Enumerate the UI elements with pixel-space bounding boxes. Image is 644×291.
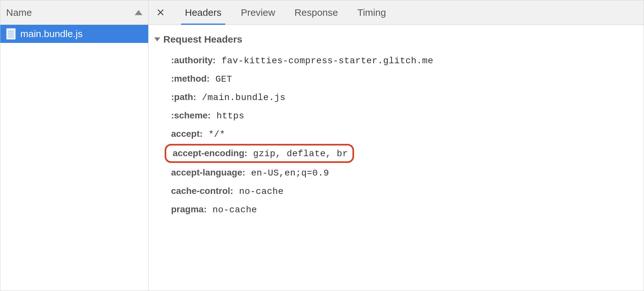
header-value: fav-kitties-compress-starter.glitch.me (221, 56, 433, 66)
section-title: Request Headers (163, 34, 242, 45)
tab-label: Preview (241, 7, 275, 18)
chevron-down-icon (154, 37, 160, 41)
header-name: cache-control: (171, 186, 233, 196)
header-name: :authority: (171, 55, 216, 65)
tab-timing[interactable]: Timing (355, 0, 388, 25)
close-icon[interactable]: ✕ (154, 6, 168, 19)
header-row: :path:/main.bundle.js (153, 88, 644, 106)
highlighted-header-row: accept-encoding:gzip, deflate, br (165, 144, 354, 163)
request-file-name: main.bundle.js (20, 28, 82, 39)
devtools-network-panel: Name main.bundle.js ✕ Headers Preview Re… (0, 0, 644, 291)
header-value: */* (208, 129, 225, 139)
header-row: :scheme:https (153, 106, 644, 125)
header-row: :method:GET (153, 70, 644, 88)
details-tab-bar: ✕ Headers Preview Response Timing (149, 0, 644, 25)
header-name: :scheme: (171, 110, 211, 121)
header-value: /main.bundle.js (202, 93, 286, 103)
header-name: pragma: (171, 204, 207, 215)
tab-label: Response (294, 7, 338, 18)
request-headers-section-toggle[interactable]: Request Headers (153, 34, 644, 45)
header-name: :method: (171, 74, 210, 84)
request-row-main-bundle[interactable]: main.bundle.js (0, 25, 148, 43)
sort-ascending-icon (135, 10, 142, 15)
header-value: no-cache (239, 186, 284, 196)
requests-list: main.bundle.js (0, 25, 148, 291)
header-row: cache-control:no-cache (153, 182, 644, 200)
header-name: accept-language: (171, 167, 245, 178)
file-script-icon (6, 28, 16, 40)
header-row: :authority:fav-kitties-compress-starter.… (153, 51, 644, 70)
header-name: :path: (171, 92, 196, 102)
headers-details-pane: Request Headers :authority:fav-kitties-c… (149, 25, 644, 291)
header-value: gzip, deflate, br (253, 149, 348, 159)
tab-label: Headers (185, 7, 221, 18)
header-value: GET (216, 74, 232, 84)
tab-response[interactable]: Response (293, 0, 340, 25)
name-column-label: Name (6, 7, 32, 18)
tab-preview[interactable]: Preview (239, 0, 277, 25)
header-row: accept-language:en-US,en;q=0.9 (153, 164, 644, 182)
header-row: accept:*/* (153, 125, 644, 143)
header-name: accept-encoding: (173, 148, 247, 158)
tab-headers[interactable]: Headers (183, 0, 223, 25)
tab-label: Timing (357, 7, 386, 18)
header-value: en-US,en;q=0.9 (251, 168, 329, 178)
header-value: no-cache (212, 205, 257, 215)
header-row: pragma:no-cache (153, 200, 644, 219)
requests-sidebar: Name main.bundle.js (0, 0, 149, 291)
header-value: https (216, 111, 245, 121)
name-column-header[interactable]: Name (0, 0, 148, 25)
request-headers-list: :authority:fav-kitties-compress-starter.… (153, 51, 644, 219)
details-panel: ✕ Headers Preview Response Timing Reques… (149, 0, 644, 291)
header-name: accept: (171, 129, 203, 139)
